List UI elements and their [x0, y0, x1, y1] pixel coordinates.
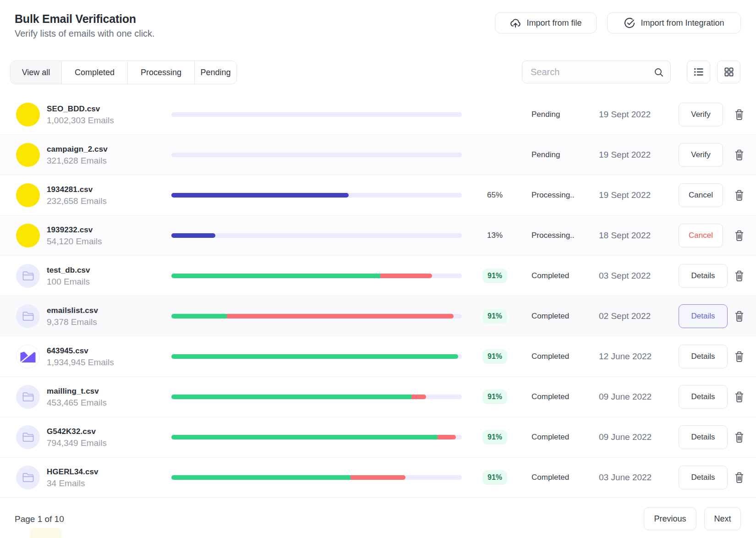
folder-icon — [16, 304, 40, 328]
progress-bar — [171, 354, 462, 359]
file-info: 1939232.csv54,120 Emails — [47, 224, 102, 247]
file-email-count: 9,378 Emails — [47, 316, 98, 327]
file-email-count: 34 Emails — [47, 477, 99, 489]
details-button[interactable]: Details — [679, 425, 728, 449]
file-name: test_db.csv — [47, 264, 90, 275]
previous-button[interactable]: Previous — [644, 507, 696, 530]
file-email-count: 453,465 Emails — [47, 396, 107, 408]
verify-button[interactable]: Verify — [679, 103, 723, 126]
cancel-button[interactable]: Cancel — [679, 224, 723, 247]
details-button[interactable]: Details — [679, 466, 728, 489]
percent-cell: 91% — [477, 430, 513, 445]
trash-icon[interactable] — [734, 471, 746, 485]
status-label: Completed — [531, 473, 596, 482]
file-email-count: 1,002,303 Emails — [47, 114, 114, 126]
date-label: 03 June 2022 — [599, 472, 668, 483]
list-view-button[interactable] — [687, 60, 710, 83]
percent-badge: 91% — [482, 349, 507, 364]
date-label: 18 Sept 2022 — [599, 231, 668, 241]
percent-badge: 91% — [482, 390, 507, 404]
status-label: Completed — [531, 352, 596, 361]
file-name: HGERL34.csv — [47, 466, 99, 477]
details-button[interactable]: Details — [679, 385, 728, 409]
import-from-integration-button[interactable]: Import from Integration — [607, 12, 741, 33]
file-name: SEO_BDD.csv — [47, 103, 114, 114]
trash-icon[interactable] — [734, 350, 746, 364]
status-label: Completed — [531, 433, 596, 442]
table-row: 643945.csv1,934,945 Emails91%Completed12… — [0, 336, 756, 377]
file-name: 1939232.csv — [47, 224, 102, 235]
tab-processing[interactable]: Processing — [127, 61, 194, 84]
tab-completed[interactable]: Completed — [61, 61, 127, 84]
trash-icon[interactable] — [734, 148, 746, 162]
status-label: Pending — [531, 150, 596, 159]
date-label: 19 Sept 2022 — [599, 150, 668, 160]
tab-pending[interactable]: Pending — [194, 61, 236, 84]
cloud-upload-icon — [509, 17, 521, 29]
import-from-file-button[interactable]: Import from file — [495, 12, 597, 33]
trash-icon[interactable] — [734, 431, 746, 445]
date-label: 02 Sept 2022 — [599, 311, 668, 321]
yellow-dot-icon — [16, 103, 40, 126]
details-button[interactable]: Details — [679, 345, 728, 368]
percent-cell: 91% — [477, 269, 513, 283]
file-name: emailslist.csv — [47, 305, 98, 316]
progress-bar — [171, 395, 462, 399]
table-row: 1934281.csv232,658 Emails65%Processing..… — [0, 175, 756, 215]
table-row: HGERL34.csv34 Emails91%Completed03 June … — [0, 457, 756, 498]
progress-bar — [171, 233, 462, 238]
search-icon — [653, 67, 664, 78]
grid-view-button[interactable] — [717, 60, 740, 83]
percent-cell: 65% — [477, 191, 513, 200]
yellow-dot-icon — [16, 183, 40, 207]
file-info: emailslist.csv9,378 Emails — [47, 305, 98, 327]
trash-icon[interactable] — [734, 269, 746, 283]
folder-icon — [16, 264, 40, 288]
folder-icon — [16, 385, 40, 409]
file-name: 1934281.csv — [47, 184, 107, 195]
date-label: 19 Sept 2022 — [599, 190, 668, 200]
tab-view-all[interactable]: View all — [11, 61, 61, 84]
file-info: G542K32.csv794,349 Emails — [47, 426, 107, 448]
table-row: emailslist.csv9,378 Emails91%Completed02… — [0, 296, 756, 336]
check-circle-icon — [624, 17, 635, 29]
notification-blob — [30, 528, 62, 538]
trash-icon[interactable] — [734, 229, 746, 243]
page-indicator: Page 1 of 10 — [15, 514, 64, 524]
status-label: Pending — [531, 110, 596, 119]
folder-icon — [16, 466, 40, 489]
next-button[interactable]: Next — [704, 507, 741, 530]
table-row: G542K32.csv794,349 Emails91%Completed09 … — [0, 417, 756, 457]
file-table: SEO_BDD.csv1,002,303 EmailsPending19 Sep… — [0, 94, 756, 498]
trash-icon[interactable] — [734, 189, 746, 203]
import-from-integration-label: Import from Integration — [641, 18, 724, 28]
file-name: 643945.csv — [47, 345, 114, 356]
status-label: Completed — [531, 312, 596, 321]
file-info: 1934281.csv232,658 Emails — [47, 184, 107, 206]
percent-badge: 91% — [482, 269, 507, 283]
table-row: campaign_2.csv321,628 EmailsPending19 Se… — [0, 135, 756, 175]
date-label: 19 Sept 2022 — [599, 110, 668, 120]
details-button[interactable]: Details — [679, 264, 728, 288]
trash-icon[interactable] — [734, 310, 746, 324]
progress-bar — [171, 193, 462, 198]
details-button[interactable]: Details — [679, 304, 728, 328]
trash-icon[interactable] — [734, 108, 746, 122]
file-email-count: 794,349 Emails — [47, 437, 107, 448]
verify-button[interactable]: Verify — [679, 143, 723, 167]
yellow-dot-icon — [16, 224, 40, 247]
status-label: Completed — [531, 271, 596, 280]
progress-bar — [171, 112, 462, 117]
import-from-file-label: Import from file — [526, 18, 581, 28]
file-info: SEO_BDD.csv1,002,303 Emails — [47, 103, 114, 126]
file-info: mailling_t.csv453,465 Emails — [47, 385, 107, 408]
search-input[interactable] — [531, 61, 650, 83]
trash-icon[interactable] — [734, 390, 746, 404]
file-name: G542K32.csv — [47, 426, 107, 437]
table-row: mailling_t.csv453,465 Emails91%Completed… — [0, 377, 756, 417]
file-email-count: 232,658 Emails — [47, 195, 107, 206]
file-name: mailling_t.csv — [47, 385, 107, 396]
cancel-button[interactable]: Cancel — [679, 183, 723, 207]
file-email-count: 321,628 Emails — [47, 154, 108, 166]
table-row: 1939232.csv54,120 Emails13%Processing..1… — [0, 215, 756, 256]
